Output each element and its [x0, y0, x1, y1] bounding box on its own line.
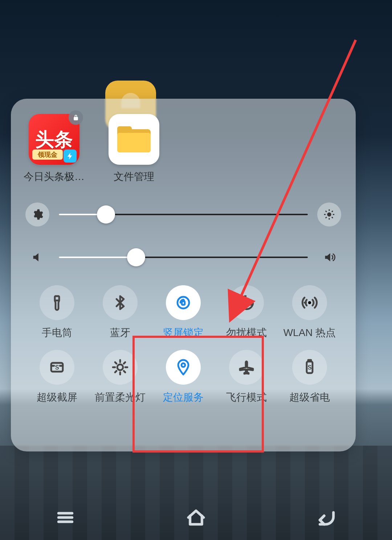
toggle-super-battery[interactable]: S超级省电 — [278, 350, 341, 404]
bluetooth-icon — [103, 285, 138, 320]
svg-text:S: S — [308, 364, 312, 371]
app-tile-toutiao: 头条 领现金 — [29, 114, 79, 165]
svg-point-0 — [327, 212, 331, 216]
auto-brightness-button[interactable] — [317, 202, 341, 226]
svg-text:S: S — [55, 364, 59, 371]
app-shortcut-files[interactable]: 文件管理 — [107, 114, 161, 184]
settings-button[interactable] — [25, 202, 49, 226]
svg-line-20 — [115, 362, 117, 364]
svg-rect-26 — [308, 360, 311, 361]
home-button[interactable] — [186, 507, 206, 529]
toggle-label: 超级省电 — [289, 390, 330, 404]
slider-thumb[interactable] — [97, 205, 115, 224]
app-shortcut-toutiao[interactable]: 头条 领现金 今日头条极… — [27, 114, 81, 184]
location-icon — [166, 350, 201, 385]
toutiao-logo-text: 头条 — [35, 130, 73, 149]
navigation-bar — [0, 496, 392, 540]
toggle-rotation-lock[interactable]: 竖屏锁定 — [152, 285, 215, 340]
toggle-label: 竖屏锁定 — [163, 326, 204, 340]
toggle-label: WLAN 热点 — [283, 326, 336, 340]
toggle-label: 飞行模式 — [226, 390, 267, 404]
recent-apps-button[interactable] — [55, 507, 75, 529]
flashlight-icon — [40, 285, 74, 320]
toggle-location[interactable]: 定位服务 — [152, 350, 215, 404]
gear-icon — [31, 208, 44, 221]
rotation-lock-icon — [166, 285, 201, 320]
toggle-label: 手电筒 — [42, 326, 72, 340]
toutiao-ribbon: 领现金 — [32, 150, 63, 160]
volume-low-icon — [25, 245, 49, 269]
quick-toggles-grid: 手电筒蓝牙竖屏锁定勿扰模式WLAN 热点S超级截屏前置柔光灯定位服务飞行模式S超… — [25, 285, 341, 404]
svg-point-12 — [308, 301, 311, 304]
svg-line-6 — [332, 217, 333, 218]
svg-point-15 — [117, 364, 123, 370]
app-label: 今日头条极… — [24, 170, 85, 184]
svg-line-22 — [115, 371, 117, 372]
app-label: 文件管理 — [114, 170, 154, 184]
toggle-label: 蓝牙 — [110, 326, 130, 340]
toggle-front-fill-light[interactable]: 前置柔光灯 — [89, 350, 152, 404]
volume-high-icon — [317, 245, 341, 269]
back-button[interactable] — [317, 507, 337, 529]
bolt-icon — [64, 150, 77, 163]
home-icon — [186, 507, 206, 528]
toggle-bluetooth[interactable]: 蓝牙 — [89, 285, 152, 340]
svg-line-5 — [326, 211, 327, 212]
svg-point-24 — [181, 363, 185, 367]
toggle-hotspot[interactable]: WLAN 热点 — [278, 285, 341, 340]
toggle-super-screenshot[interactable]: S超级截屏 — [25, 350, 89, 404]
volume-slider-row — [25, 245, 341, 269]
brightness-slider-row — [25, 202, 341, 226]
hotspot-icon — [292, 285, 327, 320]
dnd-icon — [229, 285, 264, 320]
app-tile-files — [109, 114, 159, 165]
svg-point-10 — [177, 297, 189, 308]
super-battery-icon: S — [292, 350, 327, 385]
toggle-label: 勿扰模式 — [226, 326, 267, 340]
super-screenshot-icon: S — [40, 350, 74, 385]
slider-thumb[interactable] — [127, 248, 145, 266]
back-icon — [317, 507, 337, 528]
toggle-label: 超级截屏 — [37, 390, 77, 404]
control-center-panel: 头条 领现金 今日头条极… 文件管理 — [11, 99, 356, 451]
svg-line-7 — [326, 217, 327, 218]
brightness-icon — [323, 208, 335, 221]
svg-rect-9 — [55, 296, 59, 300]
toggle-label: 定位服务 — [163, 390, 204, 404]
airplane-icon — [229, 350, 264, 385]
lock-icon — [69, 110, 83, 125]
front-fill-light-icon — [103, 350, 138, 385]
toggle-dnd[interactable]: 勿扰模式 — [215, 285, 278, 340]
svg-line-23 — [124, 362, 125, 364]
toggle-airplane[interactable]: 飞行模式 — [215, 350, 278, 404]
svg-line-21 — [124, 371, 125, 372]
menu-icon — [55, 507, 75, 528]
folder-icon — [117, 126, 151, 152]
toggle-label: 前置柔光灯 — [95, 390, 146, 404]
app-shortcut-row: 头条 领现金 今日头条极… 文件管理 — [27, 114, 341, 184]
brightness-slider[interactable] — [59, 214, 308, 215]
volume-slider[interactable] — [59, 257, 308, 258]
toggle-flashlight[interactable]: 手电筒 — [25, 285, 89, 340]
svg-line-8 — [332, 211, 333, 212]
